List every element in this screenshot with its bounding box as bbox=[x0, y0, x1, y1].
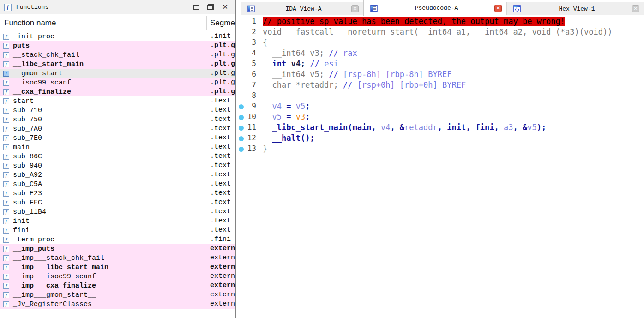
function-row[interactable]: f init .text bbox=[0, 216, 235, 226]
function-row[interactable]: f fini .text bbox=[0, 226, 235, 235]
function-row[interactable]: f _term_proc .fini bbox=[0, 235, 235, 244]
segment-cell: .text bbox=[210, 226, 235, 235]
function-name: sub_940 bbox=[13, 162, 42, 170]
function-row[interactable]: f sub_7E0 .text bbox=[0, 133, 235, 143]
function-name: sub_7E0 bbox=[13, 134, 42, 142]
function-row[interactable]: f __gmon_start__ .plt.got bbox=[0, 69, 235, 78]
function-row[interactable]: f __stack_chk_fail .plt.got bbox=[0, 50, 235, 60]
code-text[interactable]: } bbox=[260, 144, 267, 155]
function-row[interactable]: f __imp_puts extern bbox=[0, 244, 235, 253]
code-text[interactable]: _libc_start_main(main, v4, &retaddr, ini… bbox=[260, 123, 546, 133]
function-row[interactable]: f _init_proc .init bbox=[0, 32, 235, 41]
line-gutter: 1 bbox=[237, 17, 260, 27]
code-token bbox=[263, 59, 272, 68]
tab-label: Hex View-1 bbox=[525, 6, 628, 12]
function-icon: f bbox=[3, 209, 9, 215]
function-name: sub_E23 bbox=[13, 190, 42, 198]
function-icon: f bbox=[3, 144, 9, 150]
tab-close-icon[interactable]: ✕ bbox=[494, 5, 502, 12]
column-header-function-name[interactable]: Function name bbox=[4, 18, 56, 28]
segment-cell: .text bbox=[210, 133, 235, 143]
function-name: __gmon_start__ bbox=[13, 70, 71, 78]
function-row[interactable]: f __imp___cxa_finalize extern bbox=[0, 281, 235, 290]
restore-icon[interactable] bbox=[207, 4, 214, 10]
pseudocode-line: 2 void __fastcall __noreturn start(__int… bbox=[237, 27, 644, 38]
function-row[interactable]: f sub_750 .text bbox=[0, 115, 235, 124]
function-row[interactable]: f puts .plt.got bbox=[0, 41, 235, 50]
code-text[interactable]: { bbox=[260, 38, 267, 48]
code-text[interactable] bbox=[260, 91, 263, 102]
code-text[interactable]: void __fastcall __noreturn start(__int64… bbox=[260, 27, 612, 38]
tab-close-icon[interactable]: ✕ bbox=[632, 5, 639, 12]
line-gutter: 11 bbox=[237, 123, 260, 133]
code-text[interactable]: v5 = v3; bbox=[260, 112, 310, 123]
function-row[interactable]: f main .text bbox=[0, 143, 235, 152]
function-row[interactable]: f __imp___libc_start_main extern bbox=[0, 263, 235, 272]
function-row[interactable]: f _Jv_RegisterClasses extern bbox=[0, 300, 235, 309]
view-tabbar: IDA View-A ✕ Pseudocode-A ✕ bbox=[237, 0, 644, 15]
code-token: rax bbox=[343, 48, 357, 58]
tab-hex-view-1[interactable]: Hex View-1 ✕ bbox=[506, 2, 644, 15]
line-number: 1 bbox=[237, 17, 260, 25]
tab-label: IDA View-A bbox=[259, 6, 348, 12]
segment-cell: .text bbox=[210, 143, 235, 152]
pseudocode-line: 1 // positive sp value has been detected… bbox=[237, 17, 644, 27]
function-row[interactable]: f start .text bbox=[0, 96, 235, 106]
segment-cell: .plt.got bbox=[210, 50, 235, 60]
function-row[interactable]: f __libc_start_main .plt.got bbox=[0, 60, 235, 69]
code-token: __int64 v3; bbox=[263, 48, 329, 58]
function-icon: f bbox=[3, 98, 9, 104]
code-text[interactable]: int v4; // esi bbox=[260, 59, 338, 70]
pseudocode-line: 9 v4 = v5; bbox=[237, 102, 644, 112]
function-icon: f bbox=[3, 126, 9, 132]
function-icon: f bbox=[3, 34, 9, 40]
code-text[interactable]: __halt(); bbox=[260, 133, 315, 144]
tab-close-icon[interactable]: ✕ bbox=[351, 5, 359, 12]
function-icon: f bbox=[3, 163, 9, 169]
window-buttons: ✕ bbox=[193, 4, 232, 11]
address-dot-icon bbox=[239, 147, 244, 152]
function-row[interactable]: f __isoc99_scanf .plt.got bbox=[0, 78, 235, 87]
function-row[interactable]: f sub_710 .text bbox=[0, 106, 235, 115]
column-header-segment[interactable]: Segment bbox=[210, 18, 235, 28]
pseudocode-line: 13 } bbox=[237, 144, 644, 155]
tab-ida-view-a[interactable]: IDA View-A ✕ bbox=[241, 2, 363, 15]
function-row[interactable]: f sub_7A0 .text bbox=[0, 124, 235, 133]
function-row[interactable]: f __imp___stack_chk_fail extern bbox=[0, 253, 235, 263]
function-list: f _init_proc .init f puts .plt.got f __s… bbox=[0, 32, 235, 309]
function-row[interactable]: f sub_86C .text bbox=[0, 152, 235, 161]
function-row[interactable]: f __cxa_finalize .plt.got bbox=[0, 87, 235, 96]
function-name: __imp_puts bbox=[13, 245, 54, 253]
segment-cell: .text bbox=[210, 115, 235, 124]
code-text[interactable]: __int64 v5; // [rsp-8h] [rbp-8h] BYREF bbox=[260, 70, 451, 80]
function-row[interactable]: f sub_E23 .text bbox=[0, 189, 235, 198]
function-row[interactable]: f sub_FEC .text bbox=[0, 198, 235, 207]
function-icon: f bbox=[3, 154, 9, 160]
segment-cell: extern bbox=[210, 300, 235, 309]
function-list-header: Function name Segment bbox=[0, 14, 235, 32]
line-number: 7 bbox=[237, 80, 260, 89]
code-token: { bbox=[263, 38, 267, 47]
function-row[interactable]: f sub_C5A .text bbox=[0, 180, 235, 189]
function-row[interactable]: f sub_11B4 .text bbox=[0, 207, 235, 216]
line-gutter: 2 bbox=[237, 27, 260, 38]
maximize-icon[interactable] bbox=[193, 5, 199, 10]
tab-pseudocode-a[interactable]: Pseudocode-A ✕ bbox=[363, 0, 506, 16]
views-panel: IDA View-A ✕ Pseudocode-A ✕ bbox=[237, 0, 644, 318]
segment-cell: .fini bbox=[210, 235, 235, 244]
pseudocode-line: 10 v5 = v3; bbox=[237, 112, 644, 123]
code-text[interactable]: v4 = v5; bbox=[260, 102, 310, 112]
code-text[interactable]: // positive sp value has been detected, … bbox=[260, 17, 565, 27]
function-name: sub_C5A bbox=[13, 180, 42, 188]
code-text[interactable]: __int64 v3; // rax bbox=[260, 48, 357, 59]
function-name: __cxa_finalize bbox=[13, 88, 71, 96]
function-name: _term_proc bbox=[13, 236, 54, 244]
close-icon[interactable]: ✕ bbox=[222, 4, 228, 11]
function-row[interactable]: f sub_940 .text bbox=[0, 161, 235, 170]
functions-titlebar[interactable]: f Functions ✕ bbox=[0, 0, 235, 14]
function-row[interactable]: f __imp___gmon_start__ extern bbox=[0, 290, 235, 300]
function-row[interactable]: f __imp___isoc99_scanf extern bbox=[0, 272, 235, 281]
code-text[interactable]: char *retaddr; // [rsp+0h] [rbp+0h] BYRE… bbox=[260, 80, 466, 91]
pseudocode-line: 5 int v4; // esi bbox=[237, 59, 644, 70]
function-row[interactable]: f sub_A92 .text bbox=[0, 170, 235, 180]
